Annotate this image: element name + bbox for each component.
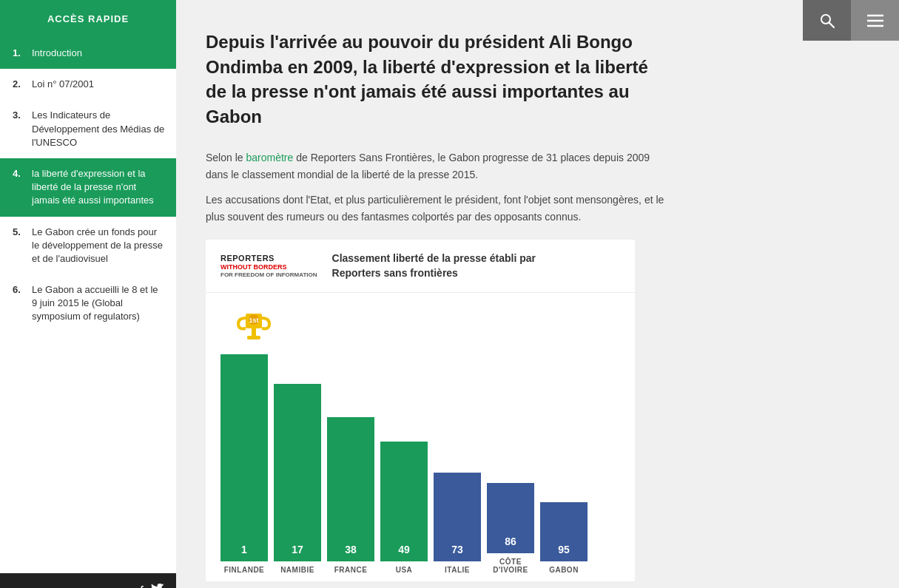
rsf-logo-mid: WITHOUT BORDERS — [220, 263, 317, 271]
bar-95: 95 — [540, 502, 587, 561]
trophy-container: 1st — [234, 308, 274, 351]
article-para1: Selon le baromètre de Reporters Sans Fro… — [206, 149, 664, 183]
sidebar-nav: 1.Introduction2.Loi n° 07/20013.Les Indi… — [0, 38, 176, 573]
bar-col-italie: 73ITALIE — [434, 473, 481, 574]
chart-header: REPORTERS WITHOUT BORDERS FOR FREEDOM OF… — [206, 240, 635, 293]
nav-item-num: 6. — [13, 283, 27, 297]
nav-item-num: 5. — [13, 226, 27, 239]
svg-text:1st: 1st — [249, 317, 258, 324]
bar-label-ITALIE: ITALIE — [445, 566, 470, 574]
bar-col-usa: 49USA — [380, 442, 428, 574]
bar-label-FRANCE: FRANCE — [334, 566, 368, 574]
sidebar-share: Partager cet article f — [0, 573, 176, 588]
chart-area: 1st 1FINLANDE17NAMIBIE38FRANCE49USA73ITA… — [206, 293, 635, 581]
bar-49: 49 — [380, 442, 428, 561]
share-icons: f — [140, 584, 164, 588]
nav-item-label: Introduction — [32, 47, 166, 60]
rsf-logo-top: REPORTERS — [220, 254, 317, 263]
sidebar-item-5[interactable]: 5.Le Gabon crée un fonds pour le dévelop… — [0, 217, 176, 275]
search-button[interactable] — [803, 0, 851, 41]
bar-label-FINLANDE: FINLANDE — [224, 566, 265, 574]
sidebar-item-3[interactable]: 3.Les Indicateurs de Développement des M… — [0, 100, 176, 158]
bar-col-finlande: 1FINLANDE — [220, 354, 268, 574]
barometer-link[interactable]: baromètre — [246, 152, 293, 163]
chart-container: REPORTERS WITHOUT BORDERS FOR FREEDOM OF… — [206, 240, 635, 581]
bar-col-namibie: 17NAMIBIE — [274, 384, 321, 574]
bar-col-gabon: 95GABON — [540, 502, 587, 574]
bar-73: 73 — [434, 473, 481, 561]
bar-label-NAMIBIE: NAMIBIE — [280, 566, 314, 574]
chart-title: Classement liberté de la presse établi p… — [332, 251, 536, 280]
article-para2: Les accusations dont l'Etat, et plus par… — [206, 192, 664, 225]
hamburger-icon — [867, 14, 883, 27]
sidebar-item-6[interactable]: 6.Le Gabon a accueilli le 8 et le 9 juin… — [0, 274, 176, 333]
nav-item-label: Le Gabon a accueilli le 8 et le 9 juin 2… — [32, 283, 166, 324]
bar-label-GABON: GABON — [549, 566, 579, 574]
nav-item-label: Le Gabon crée un fonds pour le développe… — [32, 226, 166, 266]
rsf-logo: REPORTERS WITHOUT BORDERS FOR FREEDOM OF… — [220, 254, 317, 279]
bar-1: 1 — [220, 354, 268, 561]
nav-item-label: la liberté d'expression et la liberté de… — [32, 167, 166, 208]
nav-item-num: 3. — [13, 109, 27, 122]
bars-row: 1FINLANDE17NAMIBIE38FRANCE49USA73ITALIE8… — [220, 352, 587, 574]
sidebar-header: ACCÈS RAPIDE — [0, 0, 176, 38]
sidebar-item-1[interactable]: 1.Introduction — [0, 38, 176, 69]
twitter-icon[interactable] — [151, 584, 164, 588]
nav-item-num: 4. — [13, 167, 27, 180]
bar-86: 86 — [487, 483, 534, 553]
bar-label-CÔTE D'IVOIRE: CÔTE D'IVOIRE — [487, 558, 534, 574]
menu-button[interactable] — [851, 0, 899, 41]
main-content: Depuis l'arrivée au pouvoir du président… — [176, 0, 899, 588]
article-title: Depuis l'arrivée au pouvoir du président… — [206, 30, 664, 129]
sidebar: ACCÈS RAPIDE 1.Introduction2.Loi n° 07/2… — [0, 0, 176, 588]
facebook-icon[interactable]: f — [140, 584, 144, 588]
rsf-logo-bot: FOR FREEDOM OF INFORMATION — [220, 271, 317, 279]
trophy-icon: 1st — [234, 308, 274, 348]
nav-item-label: Loi n° 07/2001 — [32, 78, 166, 91]
nav-item-num: 1. — [13, 47, 27, 60]
svg-rect-6 — [252, 328, 256, 336]
bar-col-côte-divoire: 86CÔTE D'IVOIRE — [487, 483, 534, 574]
search-icon — [819, 13, 835, 29]
svg-line-1 — [829, 22, 834, 27]
bar-col-france: 38FRANCE — [327, 417, 374, 574]
svg-rect-7 — [247, 336, 260, 339]
bar-17: 17 — [274, 384, 321, 561]
sidebar-item-4[interactable]: 4.la liberté d'expression et la liberté … — [0, 158, 176, 217]
topbar — [803, 0, 899, 41]
nav-item-num: 2. — [13, 78, 27, 91]
nav-item-label: Les Indicateurs de Développement des Méd… — [32, 109, 166, 149]
bar-label-USA: USA — [396, 566, 413, 574]
bar-38: 38 — [327, 417, 374, 561]
sidebar-item-2[interactable]: 2.Loi n° 07/2001 — [0, 69, 176, 100]
